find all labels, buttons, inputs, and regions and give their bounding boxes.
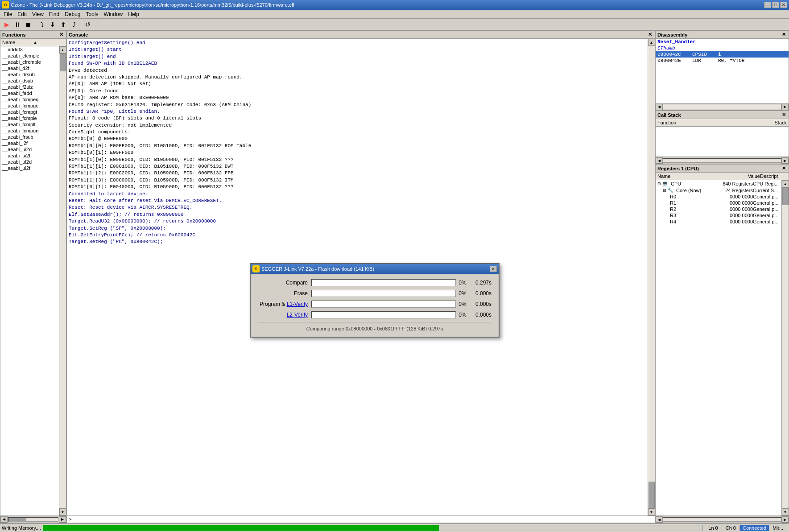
l1-verify-link[interactable]: L1-Verify — [287, 301, 308, 307]
list-item[interactable]: __aeabi_drsub — [0, 71, 59, 78]
reg-hscroll-right[interactable]: ▶ — [781, 516, 789, 523]
register-row-core[interactable]: ⊟ 🔧 Core (Now) 24 Registers Current S... — [656, 187, 781, 194]
maximize-button[interactable]: □ — [772, 2, 779, 8]
disasm-hscroll-right[interactable]: ▶ — [781, 104, 789, 110]
registers-vscrollbar[interactable]: ▲ ▼ — [781, 180, 789, 516]
l2-verify-link[interactable]: L2-Verify — [287, 312, 308, 318]
disasm-hscrollbar[interactable]: ◀ ▶ — [656, 103, 789, 110]
menu-item-help[interactable]: Help — [125, 10, 142, 18]
list-item[interactable]: __aeabi_cfcmple — [0, 53, 59, 59]
list-item[interactable]: __aeabi_fcmpge — [0, 103, 59, 109]
cs-hscroll-right[interactable]: ▶ — [781, 157, 789, 164]
list-item[interactable]: __aeabi_fcmpeq — [0, 96, 59, 103]
cs-hscroll-left[interactable]: ◀ — [656, 157, 663, 164]
menu-item-view[interactable]: View — [29, 10, 46, 18]
disasm-ops: R0, =VTOR — [718, 58, 787, 63]
disassembly-panel-close[interactable]: ✕ — [781, 32, 787, 37]
console-panel-close[interactable]: ✕ — [647, 32, 653, 37]
functions-scroll-track[interactable] — [59, 54, 66, 508]
register-row-cpu[interactable]: ⊟ 💻 CPU 640 Registers CPU Regi... — [656, 180, 781, 187]
list-item[interactable]: __aeabi_ui2f — [0, 153, 59, 159]
menu-item-tools[interactable]: Tools — [83, 10, 101, 18]
menu-item-edit[interactable]: Edit — [15, 10, 29, 18]
functions-scroll-thumb[interactable] — [60, 54, 66, 71]
hscroll-right[interactable]: ▶ — [59, 516, 66, 523]
list-item[interactable]: __aeabi_frsub — [0, 134, 59, 140]
expand-icon[interactable]: ⊟ — [657, 181, 661, 186]
callstack-hscrollbar[interactable]: ◀ ▶ — [656, 157, 789, 164]
list-item[interactable]: __aeabi_ui2d — [0, 146, 59, 153]
functions-scroll-down[interactable]: ▼ — [59, 508, 66, 516]
reg-value-r4: 0000 0000 — [717, 219, 753, 224]
console-scroll-up[interactable]: ▲ — [648, 39, 655, 46]
register-row-r2[interactable]: R2 0000 0000 General p... — [656, 206, 781, 212]
register-row-r3[interactable]: R3 0000 0000 General p... — [656, 212, 781, 219]
list-item[interactable]: __aeabi_dsub — [0, 78, 59, 84]
reg-hscroll-track[interactable] — [663, 517, 781, 522]
registers-panel-close[interactable]: ✕ — [781, 165, 787, 171]
list-item[interactable]: __aeabi_d2f — [0, 65, 59, 71]
registers-scroll-track[interactable] — [782, 187, 789, 508]
functions-scroll-up[interactable]: ▲ — [59, 46, 66, 54]
list-item[interactable]: __aeabi_ul2d — [0, 159, 59, 165]
disasm-hscroll-left[interactable]: ◀ — [656, 104, 663, 110]
list-item[interactable]: __aeabi_fcmplt — [0, 121, 59, 128]
functions-hscrollbar[interactable]: ◀ ▶ — [0, 516, 66, 523]
register-row-r0[interactable]: R0 0000 0000 General p... — [656, 194, 781, 200]
reset-button[interactable]: ↺ — [83, 20, 93, 29]
list-item[interactable]: __aeabi_fcmpun — [0, 128, 59, 134]
register-row-r1[interactable]: R1 0000 0000 General p... — [656, 200, 781, 206]
menu-item-debug[interactable]: Debug — [62, 10, 83, 18]
hscroll-thumb[interactable] — [8, 518, 26, 522]
list-item[interactable]: __adddf3 — [0, 46, 59, 53]
list-item[interactable]: __aeabi_cfrcmple — [0, 59, 59, 65]
disasm-row-highlighted[interactable]: 0800042C CPSID i — [656, 51, 789, 58]
cs-hscroll-track[interactable] — [663, 158, 781, 163]
sort-icon[interactable]: ▲ — [33, 40, 65, 45]
status-connected: Connected — [740, 525, 769, 531]
console-scroll-down[interactable]: ▼ — [648, 508, 655, 516]
step-into-button[interactable]: ⬇ — [48, 20, 58, 29]
dialog-progress-program — [311, 301, 456, 308]
expand-icon-core[interactable]: ⊟ — [663, 188, 666, 193]
console-input-bar: > — [67, 516, 655, 523]
list-item[interactable]: __aeabi_f2uiz — [0, 84, 59, 90]
step-over-button[interactable]: ⤵ — [37, 20, 47, 29]
dialog-close-button[interactable]: ✕ — [490, 266, 497, 272]
menu-item-file[interactable]: File — [1, 10, 15, 18]
console-scroll-track[interactable] — [648, 46, 655, 508]
close-button[interactable]: ✕ — [780, 2, 787, 8]
disasm-addr: Reset_Handler — [657, 39, 696, 45]
list-item[interactable]: __aeabi_fadd — [0, 90, 59, 96]
list-item[interactable]: __aeabi_ul2f — [0, 165, 59, 171]
callstack-panel-header: Call Stack ✕ — [656, 111, 789, 119]
functions-col-name: Name — [2, 40, 33, 45]
menu-item-window[interactable]: Window — [101, 10, 126, 18]
reg-hscroll-left[interactable]: ◀ — [656, 516, 663, 523]
pause-button[interactable]: ⏸ — [12, 20, 22, 29]
console-vscrollbar[interactable]: ▲ ▼ — [648, 39, 655, 516]
hscroll-track[interactable] — [8, 517, 58, 522]
run-button[interactable]: ▶ — [2, 20, 12, 29]
registers-scroll-thumb[interactable] — [782, 187, 789, 205]
run-to-button[interactable]: ⤴ — [69, 20, 79, 29]
registers-scroll-up[interactable]: ▲ — [782, 180, 789, 187]
menu-item-find[interactable]: Find — [46, 10, 62, 18]
disasm-hscroll-track[interactable] — [663, 105, 781, 109]
register-row-r4[interactable]: R4 0000 0000 General p... — [656, 219, 781, 225]
list-item[interactable]: __aeabi_fcmpgt — [0, 109, 59, 115]
step-out-button[interactable]: ⬆ — [58, 20, 68, 29]
functions-vscrollbar[interactable]: ▲ ▼ — [59, 46, 66, 516]
registers-hscrollbar[interactable]: ◀ ▶ — [656, 516, 789, 523]
hscroll-left[interactable]: ◀ — [0, 516, 8, 523]
functions-panel-close[interactable]: ✕ — [58, 32, 64, 37]
minimize-button[interactable]: ─ — [764, 2, 771, 8]
disasm-row[interactable]: 0800042E LDR R0, =VTOR — [656, 58, 789, 64]
callstack-panel-close[interactable]: ✕ — [781, 112, 787, 118]
stop-button[interactable]: ⏹ — [23, 20, 33, 29]
console-input[interactable] — [72, 516, 653, 522]
list-item[interactable]: __aeabi_fcmple — [0, 115, 59, 121]
registers-scroll-down[interactable]: ▼ — [782, 508, 789, 516]
list-item[interactable]: __aeabi_i2f — [0, 140, 59, 146]
console-scroll-thumb[interactable] — [649, 482, 655, 508]
